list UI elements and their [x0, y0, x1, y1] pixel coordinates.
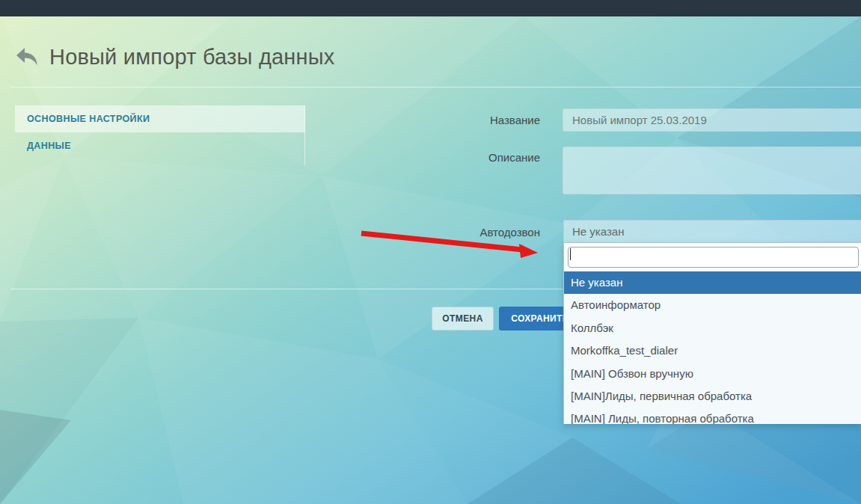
header-divider	[10, 87, 861, 87]
dropdown-option[interactable]: [MAIN] Лиды, повторная обработка	[564, 408, 861, 424]
dropdown-option[interactable]: [MAIN]Лиды, первичная обработка	[564, 385, 861, 408]
text-caret	[570, 248, 571, 260]
name-label: Название	[374, 114, 540, 126]
dropdown-option[interactable]: Автоинформатор	[564, 294, 861, 316]
tabs-vertical-divider	[304, 105, 305, 165]
back-arrow-icon	[15, 46, 39, 69]
cancel-button[interactable]: ОТМЕНА	[432, 307, 494, 331]
page-title: Новый импорт базы данных	[49, 45, 335, 70]
dropdown-search-wrap	[564, 243, 861, 271]
action-buttons: ОТМЕНА СОХРАНИТЬ	[432, 307, 581, 331]
dropdown-option[interactable]: Коллбэк	[564, 317, 861, 339]
page-header: Новый импорт базы данных	[0, 16, 861, 87]
settings-tabs: ОСНОВНЫЕ НАСТРОЙКИ ДАННЫЕ	[15, 105, 305, 159]
name-input[interactable]	[563, 108, 861, 132]
tab-main-settings[interactable]: ОСНОВНЫЕ НАСТРОЙКИ	[15, 105, 305, 132]
autodial-selected-value: Не указан	[572, 225, 624, 238]
autodial-dropdown-panel: Не указан Автоинформатор Коллбэк Morkoff…	[563, 243, 861, 424]
autodial-options-list: Не указан Автоинформатор Коллбэк Morkoff…	[564, 271, 861, 424]
autodial-select[interactable]: Не указан	[563, 220, 861, 243]
dropdown-option[interactable]: Morkoffka_test_dialer	[564, 339, 861, 362]
description-textarea[interactable]	[563, 147, 861, 194]
tab-data[interactable]: ДАННЫЕ	[15, 132, 305, 159]
dropdown-option[interactable]: Не указан	[564, 271, 861, 294]
top-bar	[0, 0, 861, 16]
back-button[interactable]	[15, 46, 39, 69]
dropdown-option[interactable]: [MAIN] Обзвон вручную	[564, 363, 861, 385]
dropdown-search-input[interactable]	[568, 247, 859, 268]
description-label: Описание	[374, 151, 540, 164]
autodial-label: Автодозвон	[374, 226, 540, 239]
